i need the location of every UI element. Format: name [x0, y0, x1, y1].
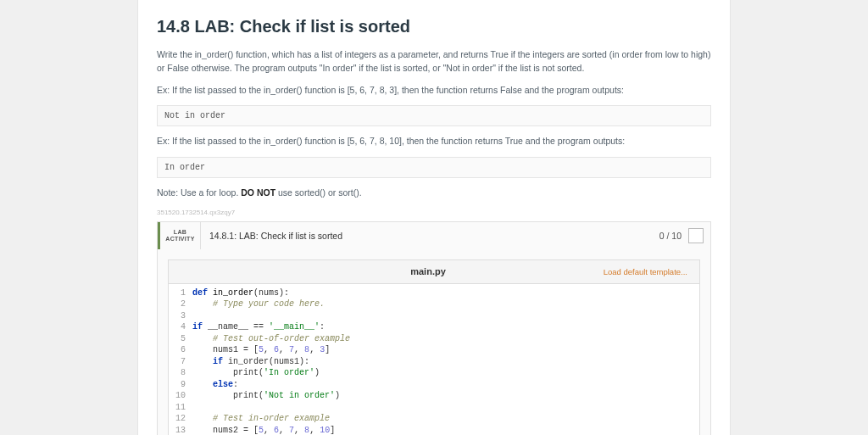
line-number: 5: [169, 333, 192, 345]
code-text[interactable]: [192, 310, 699, 322]
intro-paragraph: Write the in_order() function, which has…: [157, 48, 711, 75]
line-number: 11: [169, 402, 192, 414]
line-number: 3: [169, 310, 192, 322]
tab-right-area: Load default template...: [515, 267, 699, 276]
code-line[interactable]: 7 if in_order(nums1):: [169, 356, 699, 368]
code-text[interactable]: print('Not in order'): [192, 390, 699, 402]
code-text[interactable]: [192, 402, 699, 414]
page-title: 14.8 LAB: Check if list is sorted: [157, 17, 711, 36]
line-number: 10: [169, 390, 192, 402]
code-text[interactable]: if __name__ == '__main__':: [192, 321, 699, 333]
filename-tab[interactable]: main.py: [342, 266, 515, 276]
code-line[interactable]: 9 else:: [169, 379, 699, 391]
code-line[interactable]: 5 # Test out-of-order example: [169, 333, 699, 345]
example-2-output: In order: [157, 157, 711, 178]
code-line[interactable]: 2 # Type your code here.: [169, 298, 699, 310]
code-line[interactable]: 1def in_order(nums):: [169, 287, 699, 299]
lab-activity-title: 14.8.1: LAB: Check if list is sorted: [201, 231, 659, 241]
code-editor-panel: main.py Load default template... 1def in…: [168, 259, 700, 435]
content-page: 14.8 LAB: Check if list is sorted Write …: [137, 0, 731, 435]
code-text[interactable]: # Test in-order example: [192, 413, 699, 425]
code-editor[interactable]: 1def in_order(nums):2 # Type your code h…: [169, 284, 699, 435]
note-pre: Note: Use a for loop.: [157, 187, 241, 198]
line-number: 2: [169, 298, 192, 310]
line-number: 12: [169, 413, 192, 425]
code-line[interactable]: 11: [169, 402, 699, 414]
code-text[interactable]: def in_order(nums):: [192, 287, 699, 299]
note-bold: DO NOT: [241, 187, 275, 198]
line-number: 7: [169, 356, 192, 368]
code-line[interactable]: 4if __name__ == '__main__':: [169, 321, 699, 333]
note-post: use sorted() or sort().: [275, 187, 362, 198]
example-2-text: Ex: If the list passed to the in_order()…: [157, 135, 711, 148]
lab-badge-bottom: ACTIVITY: [165, 236, 194, 242]
code-text[interactable]: nums1 = [5, 6, 7, 8, 3]: [192, 344, 699, 356]
example-1-text: Ex: If the list passed to the in_order()…: [157, 84, 711, 98]
line-number: 1: [169, 287, 192, 299]
line-number: 8: [169, 367, 192, 379]
load-template-link[interactable]: Load default template...: [604, 267, 687, 276]
code-text[interactable]: else:: [192, 379, 699, 391]
code-line[interactable]: 6 nums1 = [5, 6, 7, 8, 3]: [169, 344, 699, 356]
line-number: 6: [169, 344, 192, 356]
code-text[interactable]: nums2 = [5, 6, 7, 8, 10]: [192, 425, 699, 435]
code-text[interactable]: # Type your code here.: [192, 298, 699, 310]
lab-activity-card: LAB ACTIVITY 14.8.1: LAB: Check if list …: [157, 221, 711, 435]
lab-badge-top: LAB: [174, 229, 186, 235]
line-number: 9: [169, 379, 192, 391]
line-number: 4: [169, 321, 192, 333]
code-line[interactable]: 8 print('In order'): [169, 367, 699, 379]
code-text[interactable]: if in_order(nums1):: [192, 356, 699, 368]
lab-score: 0 / 10: [659, 231, 688, 241]
expand-button[interactable]: [688, 228, 704, 243]
note-text: Note: Use a for loop. DO NOT use sorted(…: [157, 187, 711, 200]
code-line[interactable]: 12 # Test in-order example: [169, 413, 699, 425]
code-line[interactable]: 3: [169, 310, 699, 322]
example-1-output: Not in order: [157, 105, 711, 126]
lab-badge: LAB ACTIVITY: [160, 222, 201, 249]
code-text[interactable]: print('In order'): [192, 367, 699, 379]
code-line[interactable]: 10 print('Not in order'): [169, 390, 699, 402]
activity-id: 351520.1732514.qx3zqy7: [157, 209, 711, 216]
code-line[interactable]: 13 nums2 = [5, 6, 7, 8, 10]: [169, 425, 699, 435]
editor-tab-bar: main.py Load default template...: [169, 260, 699, 284]
lab-header: LAB ACTIVITY 14.8.1: LAB: Check if list …: [158, 222, 710, 249]
line-number: 13: [169, 425, 192, 435]
code-text[interactable]: # Test out-of-order example: [192, 333, 699, 345]
